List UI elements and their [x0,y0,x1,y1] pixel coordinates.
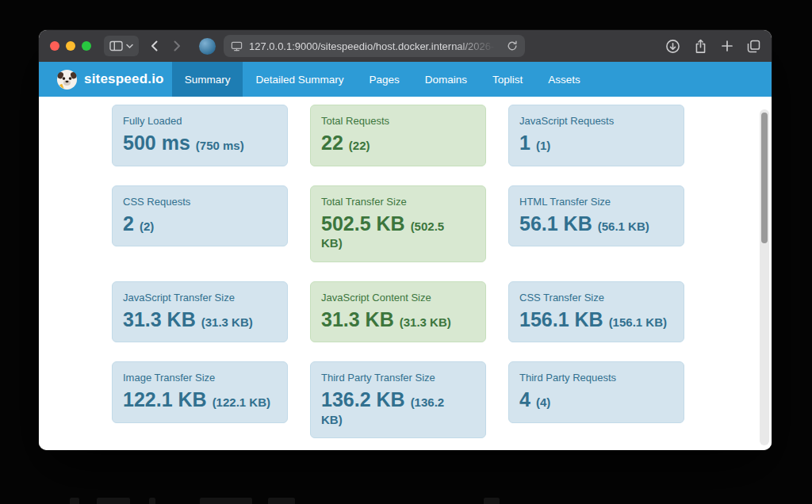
tab-assets[interactable]: Assets [535,62,593,97]
metric-value: 1(1) [519,131,673,155]
metric-value-secondary: (156.1 KB) [609,315,667,329]
metric-card-css-transfer-size: CSS Transfer Size 156.1 KB(156.1 KB) [508,281,684,343]
metric-card-third-party-transfer-size: Third Party Transfer Size 136.2 KB(136.2… [310,361,486,438]
metric-label: CSS Requests [123,196,277,208]
metric-value-secondary: (1) [536,139,550,152]
tab-pages[interactable]: Pages [356,62,412,97]
metric-value: 22(22) [321,131,475,155]
metric-label: JavaScript Content Size [321,292,475,304]
metric-label: JavaScript Requests [519,115,673,127]
sidebar-icon [109,40,123,52]
sitespeed-logo-icon [56,69,78,90]
summary-content: Fully Loaded 500 ms(750 ms) Total Reques… [39,97,772,450]
metric-value-main: 500 ms [123,132,190,154]
metric-value-secondary: (122.1 KB) [213,395,270,409]
dock-hint-shape [97,498,130,504]
metric-value: 2(2) [123,212,277,236]
metric-value-secondary: (750 ms) [196,139,244,152]
metric-value: 500 ms(750 ms) [123,131,277,155]
tab-overview-icon[interactable] [747,40,760,53]
brand[interactable]: sitespeed.io [39,62,172,97]
reload-icon[interactable] [507,40,518,52]
metric-label: CSS Transfer Size [519,292,673,304]
metric-label: Total Requests [321,115,475,127]
page-icon [231,40,243,52]
dock-hint [0,497,812,504]
dock-hint-shape [484,498,500,504]
metric-card-total-transfer-size: Total Transfer Size 502.5 KB(502.5 KB) [310,185,486,262]
new-tab-icon[interactable] [721,40,733,52]
metric-value-secondary: (4) [536,395,550,409]
report-navbar: sitespeed.io Summary Detailed Summary Pa… [39,62,772,97]
back-icon[interactable] [150,40,159,52]
toolbar-right-icons [665,39,760,54]
sidebar-toggle-button[interactable] [104,36,139,56]
metric-label: Image Transfer Size [123,372,277,384]
dock-hint-shape [70,498,79,504]
metric-label: HTML Transfer Size [519,196,673,208]
tab-domains[interactable]: Domains [412,62,480,97]
metric-label: Total Transfer Size [321,196,475,208]
metric-value: 56.1 KB(56.1 KB) [519,212,673,236]
dock-hint-shape [268,498,295,504]
metric-card-html-transfer-size: HTML Transfer Size 56.1 KB(56.1 KB) [508,185,684,247]
tab-detailed-summary[interactable]: Detailed Summary [243,62,356,97]
metric-card-javascript-transfer-size: JavaScript Transfer Size 31.3 KB(31.3 KB… [112,281,288,343]
address-bar[interactable]: 127.0.0.1:9000/sitespeedio/host.docker.i… [224,35,525,57]
scrollbar-thumb[interactable] [761,113,768,243]
zoom-button[interactable] [82,41,91,51]
metric-value-main: 31.3 KB [321,308,394,330]
metric-value-secondary: (2) [140,220,154,233]
metric-value-main: 1 [519,132,530,154]
metric-value-main: 156.1 KB [519,308,603,330]
metric-value: 31.3 KB(31.3 KB) [321,307,475,332]
metric-value-main: 31.3 KB [123,308,196,330]
downloads-icon[interactable] [665,39,680,54]
dock-hint-shape [200,498,252,504]
metric-value-secondary: (31.3 KB) [400,315,451,329]
metric-card-third-party-requests: Third Party Requests 4(4) [508,361,684,423]
tab-summary[interactable]: Summary [172,62,243,97]
browser-window: 127.0.0.1:9000/sitespeedio/host.docker.i… [39,30,772,450]
metric-value-main: 136.2 KB [321,388,405,410]
metric-card-css-requests: CSS Requests 2(2) [112,185,288,247]
metric-value-main: 56.1 KB [519,212,592,235]
metric-card-image-transfer-size: Image Transfer Size 122.1 KB(122.1 KB) [112,361,288,423]
metric-value: 122.1 KB(122.1 KB) [123,388,277,412]
metric-value-secondary: (31.3 KB) [201,315,253,329]
chevron-down-icon [126,43,133,49]
browser-toolbar: 127.0.0.1:9000/sitespeedio/host.docker.i… [39,30,772,62]
metric-value-secondary: (22) [349,139,370,152]
minimize-button[interactable] [66,41,75,51]
metric-card-fully-loaded: Fully Loaded 500 ms(750 ms) [112,105,288,166]
metric-value: 136.2 KB(136.2 KB) [321,388,456,427]
metric-value: 156.1 KB(156.1 KB) [519,307,673,332]
metric-label: Third Party Requests [519,372,673,384]
metric-card-javascript-requests: JavaScript Requests 1(1) [508,105,684,166]
metric-card-total-requests: Total Requests 22(22) [310,105,486,166]
dock-hint-shape [149,498,155,504]
window-controls [50,41,91,51]
tab-toplist[interactable]: Toplist [480,62,535,97]
metric-value: 502.5 KB(502.5 KB) [321,212,456,251]
nav-tabs: Summary Detailed Summary Pages Domains T… [172,62,593,97]
url-text[interactable]: 127.0.0.1:9000/sitespeedio/host.docker.i… [249,40,500,52]
metric-value: 31.3 KB(31.3 KB) [123,307,277,332]
metric-value-main: 22 [321,132,343,154]
metric-value-main: 2 [123,212,134,235]
metric-value-secondary: (56.1 KB) [598,220,649,233]
brand-name: sitespeed.io [84,71,164,87]
metric-label: Fully Loaded [123,115,277,127]
metric-label: Third Party Transfer Size [321,372,475,384]
metric-label: JavaScript Transfer Size [123,292,277,304]
metric-card-javascript-content-size: JavaScript Content Size 31.3 KB(31.3 KB) [310,281,486,343]
close-button[interactable] [50,41,59,51]
history-navigation [150,40,182,52]
extension-icon[interactable] [199,38,216,55]
forward-icon[interactable] [173,40,182,52]
metric-value-main: 502.5 KB [321,212,405,235]
share-icon[interactable] [694,39,707,54]
metric-grid: Fully Loaded 500 ms(750 ms) Total Reques… [112,105,684,438]
metric-value: 4(4) [519,388,673,412]
metric-value-main: 4 [519,388,530,410]
